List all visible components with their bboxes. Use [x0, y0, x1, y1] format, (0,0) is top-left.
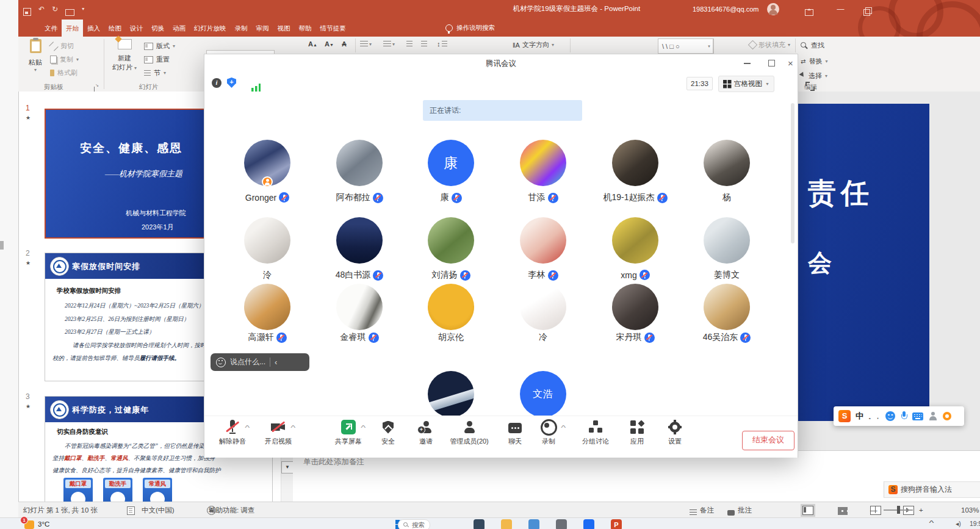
thumbnail-scroll-down-button[interactable]: ▼ [281, 461, 294, 473]
participant-avatar[interactable] [428, 371, 474, 417]
new-slide-button[interactable]: 新建 幻灯片 ▾ [109, 39, 140, 72]
participant-avatar-宋丹琪[interactable] [612, 284, 658, 330]
participant-avatar-泠[interactable] [244, 217, 290, 264]
restore-window-icon[interactable] [863, 9, 870, 16]
format-painter-button[interactable]: 格式刷 [50, 68, 77, 77]
taskbar-app-browser[interactable] [528, 519, 539, 529]
expand-caret-icon[interactable]: ^ [245, 425, 250, 431]
ribbon-tab-帮助[interactable]: 帮助 [295, 20, 316, 37]
increase-indent-icon[interactable] [421, 41, 427, 47]
taskbar-app-file-explorer[interactable] [501, 519, 512, 529]
participant-avatar-冷[interactable] [520, 284, 566, 330]
sogou-logo-icon[interactable]: S [838, 410, 851, 422]
chat-input-pill[interactable]: 说点什么... ‹ [211, 353, 309, 371]
accessibility-status[interactable]: 辅助功能: 调查 [209, 502, 254, 518]
emoji-icon[interactable] [216, 358, 226, 367]
ribbon-tab-插入[interactable]: 插入 [83, 20, 104, 37]
tell-me-search[interactable]: 操作说明搜索 [445, 20, 495, 37]
redo-icon[interactable]: ↻ [52, 0, 58, 18]
save-icon[interactable] [23, 8, 31, 16]
ribbon-tab-录制[interactable]: 录制 [231, 20, 252, 37]
shape-fill-button[interactable]: 形状填充 ▾ [749, 40, 790, 49]
ribbon-tab-设计[interactable]: 设计 [126, 20, 147, 37]
participant-avatar-xmg[interactable] [612, 217, 658, 264]
fullscreen-icon[interactable] [805, 82, 815, 91]
shape-gallery-scroll[interactable]: ▾ [705, 38, 713, 54]
ribbon-display-options-icon[interactable] [805, 9, 813, 16]
layout-button[interactable]: 版式▾ [144, 41, 175, 51]
bullets-icon[interactable]: ▾ [360, 41, 372, 47]
sogou-ime-indicator[interactable]: S 搜狗拼音输入法 [884, 481, 980, 498]
volume-icon[interactable]: ◂) [956, 520, 961, 527]
quick-access-customize-icon[interactable]: ▾ [82, 0, 84, 18]
ribbon-tab-文件[interactable]: 文件 [40, 20, 62, 37]
grow-font-icon[interactable]: A▲ [308, 40, 317, 48]
ribbon-tab-审阅[interactable]: 审阅 [252, 20, 273, 37]
language-indicator[interactable]: 中文(中国) [142, 502, 175, 518]
sogou-input-toolbar[interactable]: S 中 。， [834, 406, 964, 426]
participant-avatar-Gronger[interactable] [244, 140, 290, 186]
ribbon-tab-情节提要[interactable]: 情节提要 [316, 20, 350, 37]
ribbon-tab-视图[interactable]: 视图 [273, 20, 295, 37]
clock[interactable]: 19:5 [970, 520, 980, 527]
ribbon-tab-绘图[interactable]: 绘图 [104, 20, 126, 37]
notes-toggle[interactable]: 备注 [690, 502, 714, 518]
zoom-percentage[interactable]: 103% [961, 502, 979, 518]
notes-pane[interactable]: 单击此处添加备注 [293, 450, 980, 502]
start-slideshow-icon[interactable] [65, 9, 74, 16]
participant-avatar-机19-1赵振杰[interactable] [612, 140, 658, 186]
numbering-icon[interactable]: ▾ [383, 41, 395, 47]
slide-sorter-view-icon[interactable] [838, 507, 848, 515]
virtual-keyboard-icon[interactable] [912, 412, 923, 420]
expand-caret-icon[interactable]: ^ [290, 425, 295, 431]
meeting-toolbar-settings[interactable]: 设置 [647, 419, 702, 446]
paste-button[interactable]: 粘贴 ▾ [24, 39, 46, 73]
expand-caret-icon[interactable]: ^ [561, 425, 566, 431]
taskbar-app-tencent-meeting[interactable] [583, 519, 594, 529]
voice-input-icon[interactable] [900, 411, 907, 421]
participant-avatar-胡京伦[interactable] [428, 284, 474, 330]
zoom-in-icon[interactable]: + [919, 502, 923, 518]
participant-avatar-48白书源[interactable] [336, 217, 383, 264]
tray-expand-icon[interactable]: ^ [929, 519, 934, 527]
taskbar-app-pinned-app-gray[interactable] [556, 519, 567, 529]
find-button[interactable]: 查找 [801, 41, 824, 50]
punctuation-mode-icon[interactable]: 。， [868, 412, 881, 421]
participant-avatar-刘清扬[interactable] [428, 217, 474, 264]
taskbar-search[interactable]: 搜索 [398, 519, 430, 529]
clear-formatting-icon[interactable]: A [342, 40, 347, 48]
input-mode-chinese[interactable]: 中 [856, 411, 863, 422]
account-avatar[interactable] [767, 3, 779, 15]
replace-button[interactable]: ⇄ 替换 ▾ [801, 57, 827, 66]
line-spacing-icon[interactable]: ↕ [437, 40, 447, 48]
taskbar-app-powerpoint[interactable]: P [611, 519, 622, 529]
ribbon-tab-动画[interactable]: 动画 [168, 20, 190, 37]
participant-avatar-金睿琪[interactable] [336, 284, 383, 330]
collapse-chat-icon[interactable]: ‹ [275, 358, 277, 367]
zoom-slider-thumb[interactable] [897, 506, 900, 514]
minimize-window-icon[interactable]: — [837, 0, 844, 18]
participant-avatar-46吴治东[interactable] [704, 284, 750, 330]
participant-avatar-阿布都拉[interactable] [336, 140, 383, 186]
reset-button[interactable]: 重置 [144, 55, 170, 64]
normal-view-icon[interactable] [802, 506, 813, 515]
undo-icon[interactable]: ↶ [38, 0, 45, 18]
select-button[interactable]: 选择 ▾ [801, 71, 827, 81]
spellcheck-icon[interactable] [127, 506, 135, 515]
emoji-panel-icon[interactable] [885, 411, 895, 421]
ribbon-tab-幻灯片放映[interactable]: 幻灯片放映 [190, 20, 231, 37]
taskbar-app-pinned-app-dark[interactable] [474, 519, 485, 529]
shrink-font-icon[interactable]: A▼ [325, 40, 334, 48]
decrease-indent-icon[interactable] [406, 41, 413, 47]
cut-button[interactable]: 剪切 [50, 41, 74, 51]
zoom-out-icon[interactable]: — [870, 502, 877, 518]
account-email[interactable]: 1983164676@qq.com [693, 5, 758, 13]
comments-toggle[interactable]: 批注 [727, 502, 752, 518]
temperature[interactable]: 3°C [38, 520, 49, 528]
participant-avatar-甘添[interactable] [520, 140, 566, 186]
participant-avatar-高灏轩[interactable] [244, 284, 290, 330]
participant-avatar-姜博文[interactable] [704, 217, 750, 264]
section-button[interactable]: 节▾ [144, 68, 166, 77]
text-direction-button[interactable]: ‖A 文字方向 ▾ [513, 40, 554, 49]
skin-settings-icon[interactable] [943, 412, 951, 420]
